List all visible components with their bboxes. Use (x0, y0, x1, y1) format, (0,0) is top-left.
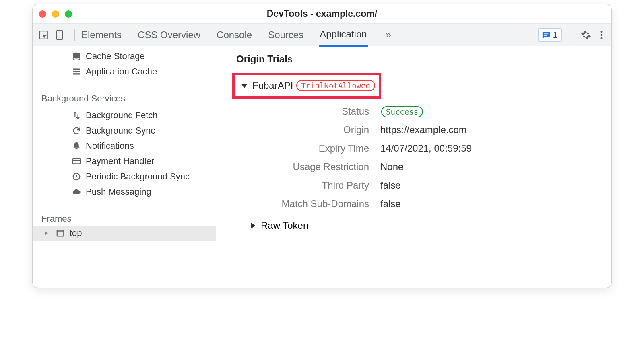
sidebar-item-bg-sync[interactable]: Background Sync (33, 123, 216, 138)
detail-value-usage: None (380, 161, 595, 173)
sidebar-section-bg-services: Background Services (33, 90, 216, 105)
svg-rect-12 (73, 73, 76, 74)
issues-button[interactable]: 1 (538, 28, 562, 42)
sidebar-item-label: Push Messaging (86, 187, 151, 197)
detail-value-expiry: 14/07/2021, 00:59:59 (380, 143, 595, 154)
panel-tabs: Elements CSS Overview Console Sources Ap… (80, 23, 538, 47)
svg-rect-11 (76, 71, 80, 72)
detail-value-third-party: false (380, 180, 595, 191)
sidebar-item-label: Payment Handler (86, 156, 154, 166)
issues-count: 1 (553, 30, 558, 40)
toolbar-right: 1 (538, 28, 607, 42)
sidebar-section-frames: Frames (33, 210, 216, 226)
tab-label: CSS Overview (138, 29, 200, 40)
sidebar-item-label: Cache Storage (86, 51, 145, 62)
minimize-window-button[interactable] (52, 10, 59, 18)
settings-button[interactable] (580, 29, 592, 41)
sidebar-item-bg-fetch[interactable]: Background Fetch (33, 108, 216, 123)
sidebar-item-periodic-sync[interactable]: Periodic Background Sync (33, 169, 216, 184)
origin-trials-pane: Origin Trials FubarAPI TrialNotAllowed S… (216, 46, 611, 288)
window-icon (55, 228, 66, 238)
raw-token-label: Raw Token (261, 220, 308, 231)
detail-key-origin: Origin (248, 124, 369, 136)
origin-trial-row[interactable]: FubarAPI TrialNotAllowed (232, 73, 381, 99)
clock-icon (71, 171, 82, 182)
close-window-button[interactable] (39, 10, 46, 18)
svg-rect-8 (73, 69, 76, 70)
tab-application[interactable]: Application (319, 23, 367, 47)
svg-rect-1 (56, 31, 62, 39)
sidebar-item-label: Periodic Background Sync (86, 171, 190, 182)
bell-icon (71, 141, 82, 151)
svg-point-6 (601, 37, 603, 39)
database-icon (71, 51, 82, 62)
detail-key-third-party: Third Party (248, 180, 369, 191)
sidebar-divider (33, 86, 216, 86)
arrows-icon (71, 110, 82, 121)
detail-key-status: Status (248, 106, 369, 117)
kebab-icon (600, 30, 603, 40)
sidebar-item-push-messaging[interactable]: Push Messaging (33, 184, 216, 199)
tab-css-overview[interactable]: CSS Overview (137, 24, 201, 46)
svg-point-4 (601, 31, 603, 33)
tab-label: Sources (268, 29, 303, 40)
pane-heading: Origin Trials (232, 53, 595, 65)
svg-rect-14 (73, 159, 80, 164)
toolbar-divider (74, 29, 75, 41)
sidebar-item-frame-top[interactable]: top (33, 226, 216, 241)
application-sidebar: Cache Storage Application Cache Backgrou… (33, 46, 216, 288)
devtools-toolbar: Elements CSS Overview Console Sources Ap… (33, 24, 611, 46)
toolbar-divider (571, 29, 571, 41)
trial-details-grid: Status Success Origin https://example.co… (232, 106, 595, 210)
sidebar-item-notifications[interactable]: Notifications (33, 138, 216, 154)
traffic-lights (39, 10, 72, 18)
sidebar-divider (33, 206, 216, 206)
maximize-window-button[interactable] (65, 10, 72, 18)
svg-rect-10 (73, 71, 76, 72)
chevron-right-icon (45, 231, 48, 236)
svg-rect-13 (76, 73, 80, 74)
status-success-badge: Success (381, 106, 423, 117)
tab-sources[interactable]: Sources (267, 24, 304, 46)
sidebar-item-payment-handler[interactable]: Payment Handler (33, 154, 216, 169)
svg-rect-3 (544, 35, 547, 36)
sidebar-item-label: Background Fetch (86, 110, 158, 121)
chevron-down-icon (241, 84, 248, 88)
detail-key-subdomains: Match Sub-Domains (248, 198, 369, 210)
tab-label: Console (217, 29, 252, 40)
detail-value-subdomains: false (380, 198, 595, 210)
trial-status-badge: TrialNotAllowed (296, 80, 375, 91)
raw-token-row[interactable]: Raw Token (232, 220, 595, 231)
sidebar-item-label: top (70, 228, 82, 238)
titlebar: DevTools - example.com/ (33, 4, 611, 24)
sidebar-item-label: Application Cache (86, 66, 157, 77)
more-options-button[interactable] (595, 29, 607, 41)
sync-icon (71, 125, 82, 136)
tab-console[interactable]: Console (216, 24, 253, 46)
trial-name: FubarAPI (252, 80, 293, 91)
svg-rect-17 (57, 230, 64, 236)
svg-point-5 (601, 34, 603, 36)
detail-key-usage: Usage Restriction (248, 161, 369, 173)
detail-value-origin: https://example.com (380, 124, 595, 136)
tab-label: Elements (81, 29, 122, 40)
devtools-window: DevTools - example.com/ Elements CSS Ove… (32, 4, 612, 288)
card-icon (71, 156, 82, 166)
inspect-icon[interactable] (37, 28, 50, 42)
sidebar-item-label: Notifications (86, 141, 134, 151)
detail-value-status: Success (380, 106, 595, 117)
sidebar-item-application-cache[interactable]: Application Cache (33, 64, 216, 79)
sidebar-item-label: Background Sync (86, 125, 155, 136)
more-tabs-button[interactable]: » (382, 29, 394, 41)
chevron-right-icon (251, 222, 255, 229)
device-toggle-icon[interactable] (53, 28, 66, 42)
panel-body: Cache Storage Application Cache Backgrou… (33, 46, 611, 288)
sidebar-item-cache-storage[interactable]: Cache Storage (33, 49, 216, 64)
svg-rect-9 (76, 69, 80, 70)
issues-icon (542, 31, 551, 39)
tab-elements[interactable]: Elements (80, 24, 122, 46)
grid-icon (71, 66, 82, 77)
gear-icon (581, 30, 591, 40)
cloud-icon (71, 187, 82, 197)
window-title: DevTools - example.com/ (267, 8, 377, 19)
